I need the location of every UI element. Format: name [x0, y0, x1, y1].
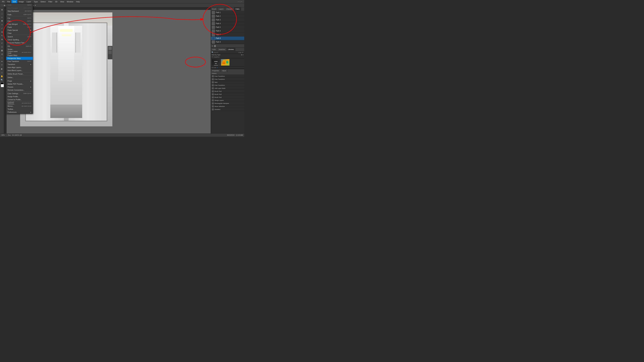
menu-define-brush[interactable]: Define Brush Preset...	[6, 72, 33, 75]
libraries-search-input[interactable]	[214, 52, 238, 53]
history-item-12[interactable]: Deselect	[211, 108, 244, 111]
menu-convert-profile[interactable]: Convert to Profile...	[6, 98, 33, 101]
marquee-tool[interactable]: ⬚	[0, 12, 4, 15]
tab-properties[interactable]: Properties	[211, 69, 220, 72]
magic-wand-tool[interactable]: ✱	[0, 19, 4, 23]
menu-window[interactable]: Window	[66, 0, 75, 3]
menu-auto-align-layers[interactable]: Auto-Align Layers...	[6, 66, 33, 69]
gradient-tool[interactable]: ▦	[0, 49, 4, 52]
hand-tool[interactable]: ✋	[0, 75, 4, 78]
crop-tool[interactable]: ⊹	[0, 23, 4, 26]
menu-ps[interactable]: PS	[1, 0, 6, 3]
menu-auto-blend-layers[interactable]: Auto-Blend Layers...	[6, 69, 33, 72]
menu-purge[interactable]: Purge ▶	[6, 79, 33, 82]
move-tool[interactable]: ✥	[0, 8, 4, 11]
menu-transform[interactable]: Transform ▶	[6, 63, 33, 66]
history-item-2[interactable]: Free Transform	[211, 78, 244, 81]
menu-preferences[interactable]: Preferences ▶	[6, 111, 33, 114]
path-item-3[interactable]: Path 3	[211, 18, 244, 22]
tab-swatches[interactable]: Swatches	[217, 48, 227, 51]
history-item-6[interactable]: Brush Tool	[211, 90, 244, 93]
menu-image[interactable]: Image	[17, 0, 25, 3]
menu-cut[interactable]: Cut Ctrl+X	[6, 16, 33, 19]
tab-layers[interactable]: Layers	[218, 7, 225, 11]
tab-channels[interactable]: Channels	[225, 7, 234, 11]
history-item-10[interactable]: Rectangular Marquee	[211, 102, 244, 105]
paths-panel-delete-btn[interactable]: 🗑	[214, 44, 216, 47]
history-item-7[interactable]: Brush Tool	[211, 93, 244, 96]
clone-tool[interactable]: ⊗	[0, 38, 4, 41]
path-item-7[interactable]: Path 7	[211, 33, 244, 36]
tab-brushes[interactable]: Brush	[211, 7, 218, 11]
menu-remote-connections[interactable]: Remote Connections...	[6, 88, 33, 91]
menu-clear[interactable]: Clear	[6, 32, 33, 35]
menu-fade[interactable]: Fade... Shift+Ctrl+F	[6, 13, 33, 16]
menu-file[interactable]: File	[6, 0, 12, 3]
menu-keyboard-shortcuts[interactable]: Keyboard Shortcuts... Alt+Shift+Ctrl+K	[6, 102, 33, 105]
path-item-1[interactable]: Path 1	[211, 11, 244, 14]
path-item-4[interactable]: Path 4	[211, 22, 244, 25]
menu-menus[interactable]: Menus... Alt+Shift+Ctrl+M	[6, 105, 33, 108]
history-item-11[interactable]: Move Selection	[211, 105, 244, 108]
menu-free-transform[interactable]: Free Transform Ctrl+T	[6, 60, 33, 63]
menu-step-backward[interactable]: Step Backward Alt+Ctrl+Z	[6, 9, 33, 12]
menu-layer[interactable]: Layer	[25, 0, 32, 3]
history-item-1[interactable]: Free Transform	[211, 75, 244, 78]
healing-tool[interactable]: ⊕	[0, 30, 4, 34]
menu-type[interactable]: Type	[32, 0, 39, 3]
library-sync-btn[interactable]: ⟳	[217, 67, 218, 68]
background-color[interactable]	[1, 84, 4, 87]
menu-color-settings[interactable]: Color Settings... Shift+Ctrl+K	[6, 92, 33, 95]
menu-paste[interactable]: Paste Ctrl+V	[6, 26, 33, 29]
menu-define[interactable]: Define...	[6, 76, 33, 79]
library-item-1[interactable]: SUPERSL5OPTIONS	[212, 59, 220, 66]
history-item-5[interactable]: Add Layer Mask	[211, 87, 244, 90]
menu-filter[interactable]: Filter	[47, 0, 54, 3]
zoom-tool[interactable]: 🔍	[0, 78, 4, 82]
menu-help[interactable]: Help	[75, 0, 81, 3]
path-item-6[interactable]: Path 6	[211, 29, 244, 33]
menu-select[interactable]: Select	[39, 0, 47, 3]
pen-tool[interactable]: ✒	[0, 60, 4, 63]
path-select-tool[interactable]: ▶	[0, 67, 4, 70]
brush-tool[interactable]: ✎	[0, 34, 4, 37]
paths-panel-add-btn[interactable]: +	[212, 44, 213, 47]
menu-toolbar[interactable]: Toolbar...	[6, 108, 33, 111]
path-item-8[interactable]: Path 8	[211, 36, 244, 40]
menu-view[interactable]: View	[59, 0, 66, 3]
menu-perspective-warp[interactable]: Perspective Warp	[6, 57, 33, 60]
menu-copy-merged[interactable]: Copy Merged Shift+Ctrl+C	[6, 23, 33, 26]
library-item-2[interactable]	[221, 59, 230, 66]
menu-step-forward[interactable]: Step Forward Shift+Ctrl+Z	[6, 6, 33, 9]
eraser-tool[interactable]: ◻	[0, 45, 4, 48]
path-item-2[interactable]: Path 2	[211, 14, 244, 18]
history-item-9[interactable]: Merge Layers	[211, 99, 244, 102]
path-item-5[interactable]: Path 5	[211, 25, 244, 29]
tab-adjust2[interactable]: Adjust	[220, 69, 228, 72]
lasso-tool[interactable]: ⌾	[0, 15, 4, 19]
eyedropper-tool[interactable]: ✓	[0, 27, 4, 30]
menu-content-aware-scale[interactable]: Content-Aware Scale Alt+Shift+Ctrl+C	[6, 51, 33, 54]
history-item-8[interactable]: Brush Tool	[211, 96, 244, 99]
menu-paste-special[interactable]: Paste Special ▶	[6, 29, 33, 32]
history-item-3[interactable]: New	[211, 81, 244, 84]
blur-tool[interactable]: ◎	[0, 52, 4, 56]
menu-stroke[interactable]: Stroke...	[6, 48, 33, 51]
history-item-4[interactable]: Free Transform	[211, 84, 244, 87]
menu-adobe-pdf-presets[interactable]: Adobe PDF Presets...	[6, 82, 33, 85]
menu-3d[interactable]: 3D	[54, 0, 59, 3]
menu-puppet-warp[interactable]: Puppet Warp	[6, 54, 33, 57]
menu-find-replace[interactable]: Find and Replace Text...	[6, 41, 33, 44]
tab-paths[interactable]: Paths	[234, 7, 241, 11]
menu-presets[interactable]: Presets ▶	[6, 85, 33, 88]
history-brush-tool[interactable]: ↩	[0, 41, 4, 45]
tab-color[interactable]: Color	[211, 48, 217, 51]
menu-search[interactable]: Search Ctrl+F	[6, 35, 33, 38]
menu-edit[interactable]: Edit	[12, 0, 17, 3]
menu-undo[interactable]: Undo Ctrl+Z	[6, 3, 33, 6]
path-item-9[interactable]: Path 9	[211, 40, 244, 44]
text-tool[interactable]: T	[0, 63, 4, 67]
menu-check-spelling[interactable]: Check Spelling...	[6, 38, 33, 41]
view-list-btn[interactable]: ≡	[243, 54, 244, 56]
tab-libraries[interactable]: Libraries	[227, 48, 236, 51]
